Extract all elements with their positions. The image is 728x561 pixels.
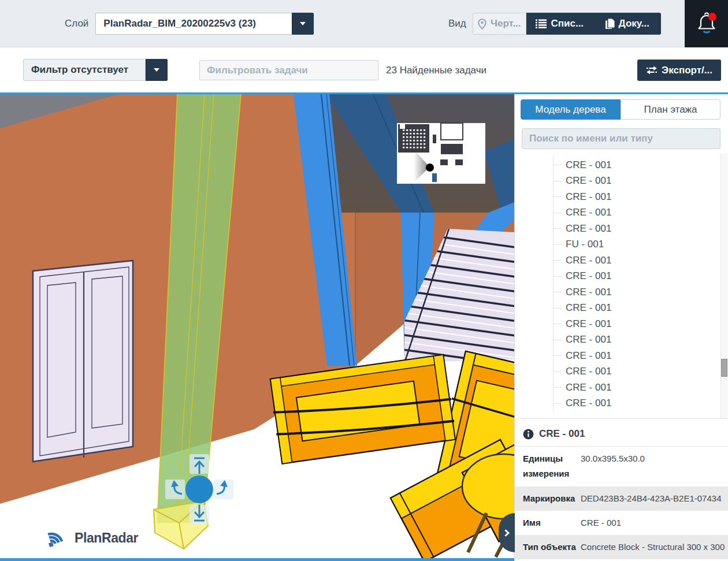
view-switcher-group: Вид Черт... Спис... Доку... <box>448 13 661 35</box>
layer-select[interactable]: PlanRadar_BIM_20200225v3 (23) <box>95 13 314 35</box>
list-icon <box>536 19 547 28</box>
model-tree: CRE - 001 CRE - 001 CRE - 001 CRE - 001 … <box>515 154 728 419</box>
planradar-logo: PlanRadar <box>46 526 138 549</box>
view-buttons: Черт... Спис... Доку... <box>473 13 661 35</box>
layer-label: Слой <box>65 18 88 29</box>
info-row: Имя CRE - 001 <box>515 511 728 535</box>
view-label: Вид <box>448 18 466 29</box>
element-info-panel: CRE - 001 Единицы измерения 30.0x395.5x3… <box>515 421 728 559</box>
gizmo-center[interactable] <box>185 475 213 503</box>
top-header: Слой PlanRadar_BIM_20200225v3 (23) Вид Ч… <box>0 0 728 47</box>
caret-down-icon <box>154 68 159 72</box>
tree-item[interactable]: CRE - 001 <box>554 173 728 190</box>
viewer-bottom-border <box>0 558 514 561</box>
info-row: Маркировка DED423B3-24B4-423A-B2E1-07434 <box>515 486 728 511</box>
tree-item[interactable]: CRE - 001 <box>554 364 728 380</box>
tree-item[interactable]: CRE - 001 <box>554 316 728 332</box>
info-row: Тип объекта Concrete Block - Structural … <box>515 535 728 559</box>
tree-search-input[interactable] <box>522 128 720 149</box>
tree-item[interactable]: FU - 001 <box>554 237 728 253</box>
camera-position-dot <box>426 164 434 172</box>
side-panel: Модель дерева План этажа CRE - 001 CRE -… <box>514 94 728 561</box>
task-filter-input[interactable] <box>199 60 378 80</box>
tree-item[interactable]: CRE - 001 <box>554 396 728 412</box>
tree-scrollbar-thumb[interactable] <box>721 359 727 377</box>
tree-item[interactable]: CRE - 001 <box>554 380 728 396</box>
tree-scrollbar[interactable] <box>720 154 727 419</box>
view-list-button[interactable]: Спис... <box>526 13 593 35</box>
tree-item[interactable]: CRE - 001 <box>554 332 728 348</box>
filter-select-caret-button[interactable] <box>146 59 168 81</box>
tree-item[interactable]: CRE - 001 <box>554 269 728 285</box>
info-icon <box>523 429 534 440</box>
document-icon <box>605 18 615 29</box>
chevron-right-icon <box>502 529 510 537</box>
notifications-button[interactable] <box>685 0 728 47</box>
tree-item[interactable]: CRE - 001 <box>554 284 728 300</box>
planradar-logo-text: PlanRadar <box>75 530 138 546</box>
double-door <box>33 261 133 462</box>
map-pin-icon <box>478 18 486 29</box>
layer-select-caret-button[interactable] <box>292 13 314 35</box>
info-row: Единицы измерения 30.0x395.5x30.0 <box>515 447 728 486</box>
panel-tabs: Модель дерева План этажа <box>521 99 720 120</box>
tree-item[interactable]: CRE - 001 <box>554 189 728 205</box>
layer-selector-group: Слой PlanRadar_BIM_20200225v3 (23) <box>65 13 314 35</box>
planradar-logo-icon <box>46 526 70 549</box>
tree-item[interactable]: CRE - 001 <box>554 348 728 364</box>
tree-item[interactable]: CRE - 001 <box>554 221 728 237</box>
bell-icon <box>696 12 718 36</box>
transfer-arrows-icon <box>646 66 658 75</box>
element-info-header: CRE - 001 <box>515 421 728 447</box>
filter-toolbar: Фильтр отсутствует 23 Найденные задачи Э… <box>0 47 728 92</box>
tab-floor-plan[interactable]: План этажа <box>621 99 720 120</box>
element-info-title: CRE - 001 <box>539 428 585 440</box>
minimap[interactable] <box>397 123 485 184</box>
view-drawings-button[interactable]: Черт... <box>473 13 526 35</box>
tree-item[interactable]: CRE - 001 <box>554 205 728 221</box>
tree-item[interactable]: CRE - 001 <box>554 252 728 269</box>
3d-viewer[interactable]: PlanRadar <box>0 94 514 561</box>
view-documents-button[interactable]: Доку... <box>593 13 661 35</box>
results-count: 23 Найденные задачи <box>386 65 486 76</box>
notification-badge <box>708 13 716 21</box>
export-button[interactable]: Экспорт/... <box>637 60 721 81</box>
filter-select-value: Фильтр отсутствует <box>23 59 146 81</box>
tree-item[interactable]: CRE - 001 <box>554 300 728 317</box>
bim-3d-scene <box>0 94 514 561</box>
tab-model-tree[interactable]: Модель дерева <box>521 99 621 120</box>
tree-item[interactable]: CRE - 001 <box>554 157 728 173</box>
layer-select-value: PlanRadar_BIM_20200225v3 (23) <box>95 13 292 35</box>
filter-select[interactable]: Фильтр отсутствует <box>23 59 168 81</box>
caret-down-icon <box>300 22 306 25</box>
